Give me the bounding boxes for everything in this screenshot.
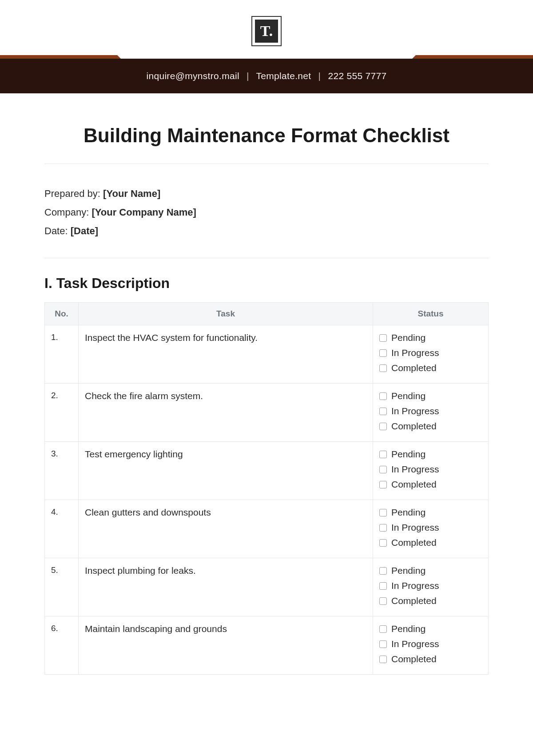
status-label: Pending (391, 449, 426, 460)
task-status-cell: PendingIn ProgressCompleted (373, 325, 489, 384)
checkbox-icon[interactable] (379, 334, 387, 342)
status-label: Completed (391, 537, 437, 548)
task-no: 5. (45, 558, 79, 616)
status-option-pending[interactable]: Pending (379, 449, 482, 460)
task-status-cell: PendingIn ProgressCompleted (373, 616, 489, 675)
company-value: [Your Company Name] (91, 207, 196, 218)
task-description: Clean gutters and downspouts (79, 500, 373, 558)
task-description: Inspect the HVAC system for functionalit… (79, 325, 373, 384)
checkbox-icon[interactable] (379, 451, 387, 458)
status-label: In Progress (391, 464, 439, 475)
status-option-completed[interactable]: Completed (379, 479, 482, 490)
separator-icon: | (318, 71, 321, 81)
date-value: [Date] (71, 225, 98, 236)
status-list: PendingIn ProgressCompleted (379, 391, 482, 432)
status-list: PendingIn ProgressCompleted (379, 449, 482, 490)
logo-text: T. (255, 20, 278, 43)
task-status-cell: PendingIn ProgressCompleted (373, 442, 489, 500)
checkbox-icon[interactable] (379, 597, 387, 605)
task-no: 4. (45, 500, 79, 558)
status-label: Completed (391, 363, 437, 373)
status-option-pending[interactable]: Pending (379, 565, 482, 576)
status-label: In Progress (391, 580, 439, 591)
prepared-value: [Your Name] (103, 188, 160, 199)
task-no: 3. (45, 442, 79, 500)
task-no: 6. (45, 616, 79, 675)
meta-block: Prepared by: [Your Name] Company: [Your … (44, 164, 489, 258)
banner-bar: inquire@mynstro.mail | Template.net | 22… (0, 59, 533, 93)
status-option-pending[interactable]: Pending (379, 332, 482, 343)
table-header-row: No. Task Status (45, 303, 489, 325)
checkbox-icon[interactable] (379, 349, 387, 357)
task-status-cell: PendingIn ProgressCompleted (373, 384, 489, 442)
status-label: Pending (391, 391, 426, 401)
status-option-in-progress[interactable]: In Progress (379, 522, 482, 533)
status-option-pending[interactable]: Pending (379, 507, 482, 518)
banner-phone: 222 555 7777 (328, 71, 386, 81)
page-title: Building Maintenance Format Checklist (44, 124, 489, 147)
table-row: 2.Check the fire alarm system.PendingIn … (45, 384, 489, 442)
checkbox-icon[interactable] (379, 524, 387, 532)
status-label: Completed (391, 479, 437, 490)
divider (44, 258, 489, 258)
status-label: Pending (391, 624, 426, 634)
tasks-table: No. Task Status 1.Inspect the HVAC syste… (44, 302, 489, 675)
logo-icon: T. (251, 16, 282, 46)
status-option-completed[interactable]: Completed (379, 654, 482, 664)
banner-email: inquire@mynstro.mail (146, 71, 239, 81)
task-no: 1. (45, 325, 79, 384)
status-label: Completed (391, 654, 437, 664)
task-description: Test emergency lighting (79, 442, 373, 500)
status-label: Completed (391, 421, 437, 432)
checkbox-icon[interactable] (379, 509, 387, 516)
status-option-in-progress[interactable]: In Progress (379, 348, 482, 358)
meta-row-company: Company: [Your Company Name] (44, 203, 489, 222)
checkbox-icon[interactable] (379, 408, 387, 415)
banner-site: Template.net (256, 71, 311, 81)
table-row: 5.Inspect plumbing for leaks.PendingIn P… (45, 558, 489, 616)
table-row: 3.Test emergency lightingPendingIn Progr… (45, 442, 489, 500)
status-option-pending[interactable]: Pending (379, 391, 482, 401)
status-label: Pending (391, 507, 426, 518)
status-option-completed[interactable]: Completed (379, 537, 482, 548)
status-option-in-progress[interactable]: In Progress (379, 639, 482, 649)
status-label: In Progress (391, 639, 439, 649)
prepared-label: Prepared by: (44, 188, 103, 199)
checkbox-icon[interactable] (379, 582, 387, 590)
col-header-task: Task (79, 303, 373, 325)
col-header-no: No. (45, 303, 79, 325)
status-label: In Progress (391, 522, 439, 533)
checkbox-icon[interactable] (379, 625, 387, 633)
table-row: 4.Clean gutters and downspoutsPendingIn … (45, 500, 489, 558)
status-label: Pending (391, 565, 426, 576)
status-option-in-progress[interactable]: In Progress (379, 406, 482, 416)
status-label: Pending (391, 332, 426, 343)
checkbox-icon[interactable] (379, 364, 387, 372)
checkbox-icon[interactable] (379, 539, 387, 547)
checkbox-icon[interactable] (379, 423, 387, 430)
meta-row-prepared: Prepared by: [Your Name] (44, 184, 489, 203)
col-header-status: Status (373, 303, 489, 325)
status-option-completed[interactable]: Completed (379, 363, 482, 373)
status-label: In Progress (391, 406, 439, 416)
task-description: Maintain landscaping and grounds (79, 616, 373, 675)
task-no: 2. (45, 384, 79, 442)
table-row: 6.Maintain landscaping and groundsPendin… (45, 616, 489, 675)
status-option-in-progress[interactable]: In Progress (379, 464, 482, 475)
status-option-completed[interactable]: Completed (379, 421, 482, 432)
status-option-in-progress[interactable]: In Progress (379, 580, 482, 591)
task-description: Inspect plumbing for leaks. (79, 558, 373, 616)
checkbox-icon[interactable] (379, 640, 387, 648)
checkbox-icon[interactable] (379, 466, 387, 473)
task-status-cell: PendingIn ProgressCompleted (373, 500, 489, 558)
checkbox-icon[interactable] (379, 567, 387, 575)
checkbox-icon[interactable] (379, 392, 387, 400)
status-list: PendingIn ProgressCompleted (379, 624, 482, 664)
status-option-pending[interactable]: Pending (379, 624, 482, 634)
header-banner: inquire@mynstro.mail | Template.net | 22… (0, 55, 533, 93)
checkbox-icon[interactable] (379, 656, 387, 663)
status-option-completed[interactable]: Completed (379, 596, 482, 606)
checkbox-icon[interactable] (379, 481, 387, 488)
task-description: Check the fire alarm system. (79, 384, 373, 442)
section-heading-task-description: I. Task Description (44, 275, 489, 292)
